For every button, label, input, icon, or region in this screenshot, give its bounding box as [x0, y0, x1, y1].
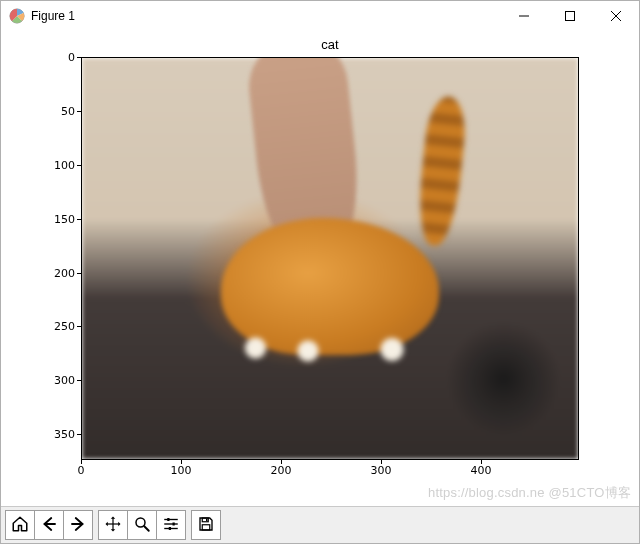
x-tick-label: 300 [371, 464, 392, 477]
titlebar: Figure 1 [1, 1, 639, 31]
forward-button[interactable] [63, 510, 93, 540]
navigation-toolbar [1, 506, 639, 543]
svg-rect-16 [169, 527, 171, 530]
home-button[interactable] [5, 510, 35, 540]
x-tick-label: 100 [171, 464, 192, 477]
svg-rect-18 [202, 524, 210, 529]
window-title: Figure 1 [31, 9, 75, 23]
minimize-button[interactable] [501, 1, 547, 31]
svg-rect-14 [173, 522, 175, 525]
y-tick-label: 200 [54, 266, 75, 279]
save-icon [197, 515, 215, 536]
y-tick-label: 150 [54, 212, 75, 225]
home-icon [11, 515, 29, 536]
matplotlib-icon [9, 8, 25, 24]
plot-title: cat [81, 37, 579, 52]
y-tick-label: 250 [54, 320, 75, 333]
svg-line-10 [144, 526, 149, 531]
zoom-button[interactable] [127, 510, 157, 540]
plot-axes [81, 57, 579, 460]
y-tick-label: 100 [54, 158, 75, 171]
arrow-right-icon [69, 515, 87, 536]
x-tick-label: 200 [271, 464, 292, 477]
arrow-left-icon [40, 515, 58, 536]
y-tick-label: 50 [61, 104, 75, 117]
maximize-button[interactable] [547, 1, 593, 31]
watermark-text: https://blog.csdn.ne @51CTO博客 [428, 484, 631, 502]
y-tick-label: 300 [54, 374, 75, 387]
svg-rect-19 [206, 518, 208, 520]
figure-window: Figure 1 cat https://blog.csdn.ne @51CTO… [0, 0, 640, 544]
svg-rect-2 [566, 12, 575, 21]
svg-rect-12 [167, 518, 169, 521]
back-button[interactable] [34, 510, 64, 540]
x-tick-label: 0 [78, 464, 85, 477]
magnifier-icon [133, 515, 151, 536]
figure-canvas[interactable]: cat https://blog.csdn.ne @51CTO博客 050100… [1, 31, 639, 506]
y-tick-label: 0 [68, 51, 75, 64]
sliders-icon [162, 515, 180, 536]
save-button[interactable] [191, 510, 221, 540]
configure-subplots-button[interactable] [156, 510, 186, 540]
x-tick-label: 400 [471, 464, 492, 477]
y-tick-label: 350 [54, 428, 75, 441]
close-button[interactable] [593, 1, 639, 31]
pan-button[interactable] [98, 510, 128, 540]
move-icon [104, 515, 122, 536]
